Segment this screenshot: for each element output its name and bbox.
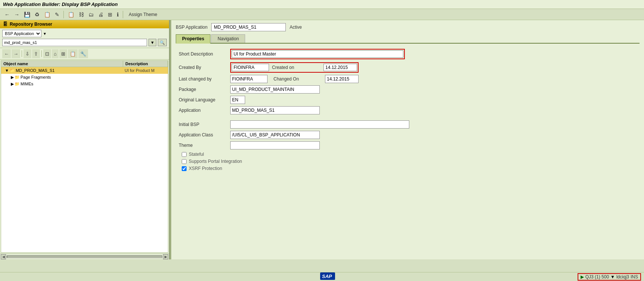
stateful-checkbox[interactable] [182, 152, 187, 157]
repo-icon: 🗄 [3, 22, 7, 27]
scroll-right-arrow[interactable]: ▶ [163, 254, 168, 259]
theme-label: Theme [179, 143, 227, 148]
left-controls: BSP Application ▼ ▼ 🔍 [0, 28, 169, 48]
bsp-header-row: BSP Application Active [176, 23, 640, 31]
nav-fwd-btn[interactable]: → [12, 49, 20, 58]
application-label: Application [179, 108, 227, 113]
main-area: 🗄 Repository Browser BSP Application ▼ ▼… [0, 20, 644, 259]
folder-icon: 📁 [10, 68, 15, 73]
expand-icon: ▼ [5, 68, 9, 73]
folder-icon: 📁 [15, 75, 20, 80]
package-input[interactable] [230, 85, 320, 94]
type-select[interactable]: BSP Application [2, 30, 41, 37]
title-bar: Web Application Builder: Display BSP App… [0, 0, 644, 9]
nav-extra-btn[interactable]: 🔧 [78, 49, 88, 58]
search-input[interactable] [2, 39, 147, 46]
theme-input[interactable] [230, 141, 320, 149]
created-row: Created By Created on [179, 62, 637, 73]
nav-home-btn[interactable]: ⌂ [52, 49, 59, 58]
orig-lang-input[interactable] [230, 96, 245, 104]
xsrf-row: XSRF Protection [179, 166, 637, 171]
status-right: ▶ QJ3 (1) 500 ▼ ldciqj3 INS [578, 273, 641, 281]
tab-properties[interactable]: Properties [176, 34, 210, 44]
tree-scrollbar: ◀ ▶ [0, 253, 169, 259]
search-btn[interactable]: 🔍 [158, 39, 167, 46]
last-changed-input[interactable] [230, 75, 268, 83]
package-row: Package [179, 85, 637, 94]
assign-theme-link[interactable]: Assign Theme [129, 12, 157, 17]
edit-button[interactable]: ✎ [53, 11, 61, 18]
status-sep: ▼ [610, 274, 615, 280]
package-label: Package [179, 87, 227, 92]
tree-cell-name: ▶ 📁 Page Fragments [1, 75, 123, 80]
app-class-input[interactable] [230, 131, 320, 139]
expand-icon: ▶ [11, 82, 14, 86]
grid-button[interactable]: ⊞ [106, 11, 114, 18]
toolbar-separator-2 [123, 11, 123, 18]
nav-down-btn[interactable]: ⇩ [24, 49, 31, 58]
tree-cell-desc [123, 83, 168, 84]
scroll-track[interactable] [7, 256, 162, 258]
application-input[interactable] [230, 106, 320, 114]
play-button[interactable]: ▶ [581, 274, 584, 280]
created-on-input[interactable] [323, 64, 357, 71]
tree-row[interactable]: ▶ 📁 MIMEs [1, 80, 168, 87]
app-class-row: Application Class [179, 131, 637, 139]
link-button[interactable]: ⛓ [77, 11, 85, 18]
toolbar-separator [63, 11, 64, 18]
toolbar: ← → 💾 ♻ 📋 ✎ 📋 ⛓ 🗂 🖨 ⊞ ℹ Assign Theme [0, 9, 644, 20]
short-desc-border-box [230, 49, 405, 59]
tree-row[interactable]: ▼ 📁 MD_PROD_MAS_S1 UI for Product M [1, 67, 168, 74]
created-by-input[interactable] [232, 64, 269, 71]
bsp-app-input[interactable] [211, 23, 286, 31]
portal-label: Supports Portal Integration [189, 159, 242, 164]
last-changed-row: Last changed by Changed On [179, 75, 637, 83]
portal-checkbox[interactable] [182, 159, 187, 164]
expand-icon: ▶ [11, 75, 14, 80]
tab-navigation[interactable]: Navigation [211, 34, 245, 43]
save-button[interactable]: 💾 [22, 11, 32, 18]
stateful-row: Stateful [179, 152, 637, 157]
created-on-label: Created on [272, 65, 321, 70]
short-desc-input[interactable] [232, 50, 403, 58]
tree-row[interactable]: ▶ 📁 Page Fragments [1, 74, 168, 80]
nav-collapse-btn[interactable]: ⊡ [43, 49, 51, 58]
orig-lang-row: Original Language [179, 96, 637, 104]
refresh-button[interactable]: ♻ [33, 11, 41, 18]
tree-cell-desc [123, 77, 168, 78]
forward-button[interactable]: → [13, 11, 21, 18]
changed-on-input[interactable] [325, 75, 359, 83]
theme-row: Theme [179, 141, 637, 149]
folder-button[interactable]: 🗂 [87, 11, 95, 18]
xsrf-label: XSRF Protection [189, 166, 222, 171]
sap-logo: SAP [320, 272, 335, 281]
app-class-label: Application Class [179, 132, 227, 138]
tree-cell-desc: UI for Product M [123, 68, 168, 73]
nav-up-btn[interactable]: ⇧ [32, 49, 40, 58]
tree-area: Object name Description ▼ 📁 MD_PROD_MAS_… [1, 60, 168, 253]
form-gap [179, 117, 637, 120]
clipboard-button[interactable]: 📋 [66, 11, 76, 18]
changed-on-label: Changed On [273, 76, 322, 82]
status-user: ldciqj3 [616, 274, 629, 280]
scroll-left-arrow[interactable]: ◀ [1, 254, 6, 259]
created-by-label: Created By [179, 65, 227, 70]
col-object-name: Object name [1, 61, 123, 67]
short-desc-label: Short Description [179, 51, 227, 57]
info-button[interactable]: ℹ [115, 11, 120, 18]
right-panel: BSP Application Active Properties Naviga… [171, 20, 644, 259]
nav-expand-btn[interactable]: ⊞ [59, 49, 67, 58]
status-bar: SAP ▶ QJ3 (1) 500 ▼ ldciqj3 INS [0, 272, 644, 281]
type-row: BSP Application ▼ [2, 30, 167, 37]
nav-copy-btn[interactable]: 📋 [68, 49, 78, 58]
nav-sep-1 [22, 50, 22, 57]
print-button[interactable]: 🖨 [97, 11, 105, 18]
copy-button[interactable]: 📋 [43, 11, 52, 18]
nav-toolbar: ← → ⇩ ⇧ ⊡ ⌂ ⊞ 📋 🔧 [0, 48, 169, 60]
xsrf-checkbox[interactable] [182, 166, 187, 171]
form-area: Short Description Created By Created on … [176, 47, 640, 174]
dropdown-btn[interactable]: ▼ [149, 39, 156, 46]
back-button[interactable]: ← [3, 11, 11, 18]
initial-bsp-input[interactable] [230, 120, 409, 129]
nav-back-btn[interactable]: ← [2, 49, 11, 58]
